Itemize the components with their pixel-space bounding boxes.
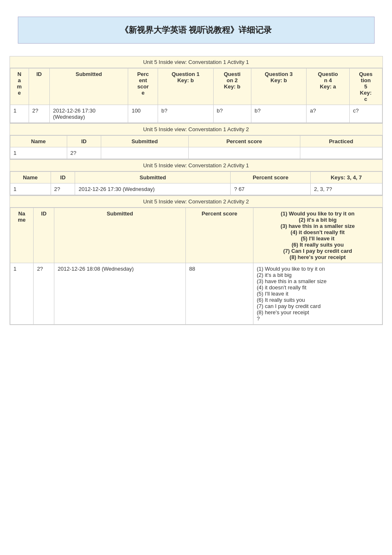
section1-table: Name ID Submitted Percentscore Question … (10, 68, 382, 123)
cell-submitted: 2012-12-26 18:08 (Wednesday) (54, 263, 185, 325)
cell-q5: c? (349, 105, 382, 123)
key-header-line: (8) here's your receipt (257, 254, 379, 260)
cell-percent: 88 (185, 263, 253, 325)
col-id: ID (67, 136, 101, 147)
cell-id: 2? (51, 183, 75, 195)
section4-block: Unit 5 Inside view: Converstation 2 Acti… (10, 196, 383, 325)
key-value-line: (1) Would you like to try it on (257, 266, 379, 272)
key-header-line: (4) it doesn't really fit (257, 229, 379, 235)
col-q4: Question 4Key: a (307, 68, 350, 105)
main-content: Unit 5 Inside view: Converstation 1 Acti… (10, 56, 383, 325)
col-percent-score: Percent score (231, 172, 311, 183)
key-value-line: (6) It really suits you (257, 297, 379, 303)
col-id: ID (29, 68, 49, 105)
col-submitted: Submitted (49, 68, 128, 105)
col-q2: Question 2Key: b (213, 68, 251, 105)
col-practiced: Practiced (300, 136, 382, 147)
key-value-line: (4) it doesn't really fit (257, 284, 379, 291)
cell-name: 1 (10, 183, 51, 195)
key-value-line: (8) here's your receipt (257, 309, 379, 315)
cell-q4: a? (307, 105, 350, 123)
key-header-line: (6) It really suits you (257, 242, 379, 248)
cell-id: 2? (34, 263, 54, 325)
cell-name: 1 (10, 105, 29, 123)
col-id: ID (51, 172, 75, 183)
col-percent-score: Percent score (188, 136, 300, 147)
table-row: 1 2? 2012-12-26 17:30(Wednesday) 100 b? … (10, 105, 382, 123)
col-id: ID (34, 208, 54, 263)
col-name: Name (10, 208, 34, 263)
key-header-line: (5) I'll leave it (257, 235, 379, 242)
cell-submitted (101, 147, 188, 159)
cell-q1: b? (158, 105, 214, 123)
key-header-line: (7) Can I pay by credit card (257, 248, 379, 254)
col-submitted: Submitted (54, 208, 185, 263)
cell-id: 2? (29, 105, 49, 123)
section3-table: Name ID Submitted Percent score Keys: 3,… (10, 171, 382, 195)
table-row: 1 2? 2012-12-26 18:08 (Wednesday) 88 (1)… (10, 263, 382, 325)
cell-q3: b? (251, 105, 307, 123)
cell-practiced (300, 147, 382, 159)
cell-name: 1 (10, 263, 34, 325)
cell-name: 1 (10, 147, 67, 159)
key-header-line: (2) it's a bit big (257, 217, 379, 223)
key-value-line: (3) have this in a smaller size (257, 278, 379, 284)
cell-submitted: 2012-12-26 17:30 (Wednesday) (75, 183, 231, 195)
cell-id: 2? (67, 147, 101, 159)
section3-block: Unit 5 Inside view: Converstation 2 Acti… (10, 159, 383, 196)
section4-table: Name ID Submitted Percent score (1) Woul… (10, 208, 382, 325)
cell-q2: b? (213, 105, 251, 123)
cell-keys: 2, 3, 7? (311, 183, 382, 195)
section1-header: Unit 5 Inside view: Converstation 1 Acti… (10, 56, 382, 68)
page-title-box: 《新视界大学英语 视听说教程》详细记录 (18, 17, 375, 44)
section1-block: Unit 5 Inside view: Converstation 1 Acti… (10, 56, 383, 123)
key-value-line: (7) can I pay by credit card (257, 303, 379, 309)
cell-keys-values: (1) Would you like to try it on(2) it's … (253, 263, 382, 325)
cell-submitted: 2012-12-26 17:30(Wednesday) (49, 105, 128, 123)
cell-percent: ? 67 (231, 183, 311, 195)
col-keys: Keys: 3, 4, 7 (311, 172, 382, 183)
col-q3: Question 3Key: b (251, 68, 307, 105)
col-submitted: Submitted (75, 172, 231, 183)
col-name: Name (10, 68, 29, 105)
key-header-line: (3) have this in a smaller size (257, 223, 379, 229)
col-keys-header: (1) Would you like to try it on(2) it's … (253, 208, 382, 263)
section2-header: Unit 5 Inside view: Converstation 1 Acti… (10, 124, 382, 135)
col-percent-score: Percent score (185, 208, 253, 263)
key-header-line: (1) Would you like to try it on (257, 210, 379, 217)
section3-header: Unit 5 Inside view: Converstation 2 Acti… (10, 160, 382, 171)
section2-table: Name ID Submitted Percent score Practice… (10, 135, 382, 159)
key-value-line: ? (257, 315, 379, 322)
col-percent-score: Percentscore (128, 68, 158, 105)
page-title: 《新视界大学英语 视听说教程》详细记录 (120, 25, 272, 34)
table-row: 1 2? (10, 147, 382, 159)
section2-block: Unit 5 Inside view: Converstation 1 Acti… (10, 123, 383, 159)
col-submitted: Submitted (101, 136, 188, 147)
col-name: Name (10, 172, 51, 183)
table-row: 1 2? 2012-12-26 17:30 (Wednesday) ? 67 2… (10, 183, 382, 195)
col-q5: Question5Key:c (349, 68, 382, 105)
section4-header: Unit 5 Inside view: Converstation 2 Acti… (10, 196, 382, 208)
col-name: Name (10, 136, 67, 147)
col-q1: Question 1Key: b (158, 68, 214, 105)
key-value-line: (2) it's a bit big (257, 272, 379, 278)
key-value-line: (5) I'll leave it (257, 291, 379, 297)
cell-percent (188, 147, 300, 159)
cell-percent: 100 (128, 105, 158, 123)
